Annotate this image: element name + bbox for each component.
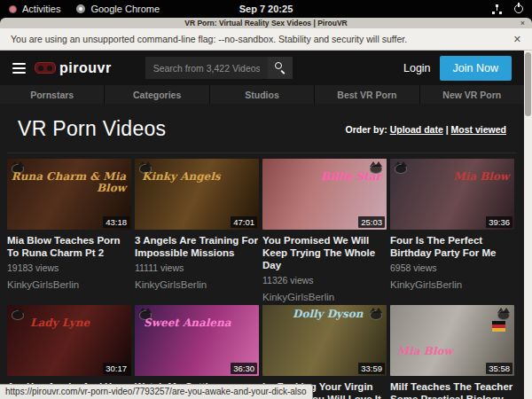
focused-app-menu[interactable]: Google Chrome [76, 4, 160, 14]
video-thumbnail[interactable]: Kinky Angels 47:01 [135, 159, 259, 230]
search-button[interactable] [268, 57, 293, 79]
login-link[interactable]: Login [403, 62, 431, 74]
status-url-tooltip: https://pirouvr.com/vr-porn-video/779325… [0, 384, 313, 399]
kinkygirlsberlin-watermark-icon [496, 308, 512, 320]
video-title-link[interactable]: 3 Angels Are Training For Impossible Mis… [135, 234, 259, 259]
video-grid: Runa Charm & Mia Blow 43:18 Mia Blow Tea… [0, 153, 524, 399]
logo-text: pirouvr [59, 60, 112, 76]
main-nav: Pornstars Categories Studios Best VR Por… [0, 85, 524, 104]
video-card: Mia Blow 35:58 Milf Teaches The Teacher … [390, 305, 514, 399]
video-views: 6958 views [390, 262, 514, 273]
site-header: pirouvr Login Join Now [0, 51, 524, 85]
nav-item-pornstars[interactable]: Pornstars [0, 85, 104, 104]
nav-item-categories[interactable]: Categories [105, 85, 208, 104]
duration-badge: 43:18 [103, 216, 129, 228]
page-title: VR Porn Videos [18, 117, 166, 141]
video-views: 11111 views [135, 262, 259, 273]
system-top-bar: Activities Google Chrome Sep 7 20:25 [0, 0, 532, 18]
warning-text: You are using an unsupported command-lin… [11, 34, 407, 44]
nav-item-studios[interactable]: Studios [210, 85, 314, 104]
studio-link[interactable]: KinkyGirlsBerlin [135, 279, 259, 290]
order-most-viewed-link[interactable]: Most viewed [451, 124, 506, 135]
duration-badge: 33:59 [358, 363, 385, 374]
video-thumbnail[interactable]: Mia Blow 35:58 [390, 305, 514, 376]
thumb-overlay-text: Dolly Dyson [293, 309, 381, 320]
search-bar [145, 57, 293, 79]
video-title-link[interactable]: Mia Blow Teaches Porn To Runa Charm Pt 2 [7, 234, 131, 259]
menu-icon[interactable] [12, 63, 26, 74]
thumb-overlay-text: Mia Blow [397, 346, 509, 357]
browser-viewport: pirouvr Login Join Now Pornstars Categor… [0, 51, 524, 399]
tab-close-icon[interactable]: × [520, 20, 525, 27]
search-icon [275, 62, 282, 69]
duration-badge: 25:03 [358, 216, 385, 228]
thumb-overlay-text: Lady Lyne [30, 317, 126, 329]
power-icon[interactable] [514, 4, 523, 13]
video-card: Billie Star 25:03 You Promised We Will K… [262, 159, 387, 302]
chrome-icon [76, 4, 85, 13]
video-views: 19183 views [7, 262, 131, 273]
video-card: Runa Charm & Mia Blow 43:18 Mia Blow Tea… [7, 159, 131, 302]
vr-headset-icon [35, 62, 56, 74]
activities-label: Activities [22, 4, 60, 14]
studio-link[interactable]: KinkyGirlsBerlin [390, 279, 514, 290]
studio-link[interactable]: KinkyGirlsBerlin [7, 279, 131, 290]
order-upload-date-link[interactable]: Upload date [390, 124, 443, 135]
search-input[interactable] [145, 57, 268, 79]
nav-item-new-vr-porn[interactable]: New VR Porn [420, 85, 524, 104]
video-thumbnail[interactable]: Dolly Dyson 33:59 [262, 305, 387, 376]
video-title-link[interactable]: Four Is The Perfect Birthday Party For M… [390, 234, 514, 259]
order-by-label: Order by: [345, 124, 387, 135]
join-now-button[interactable]: Join Now [440, 56, 512, 81]
video-thumbnail[interactable]: Sweet Analena 36:30 [135, 305, 259, 376]
video-thumbnail[interactable]: Billie Star 25:03 [262, 159, 387, 230]
thumb-overlay-text: Kinky Angels [142, 171, 254, 183]
video-title-link[interactable]: Milf Teaches The Teacher Some Practical … [390, 380, 514, 399]
duration-badge: 39:36 [486, 216, 512, 228]
video-card: Mia Blow 39:36 Four Is The Perfect Birth… [390, 159, 514, 302]
nav-item-best-vr-porn[interactable]: Best VR Porn [315, 85, 419, 104]
video-thumbnail[interactable]: Mia Blow 39:36 [390, 159, 514, 230]
kinkygirlsberlin-watermark-icon [10, 308, 26, 320]
browser-tab-bar: VR Porn: Virtual Reality Sex Videos | Pi… [0, 18, 532, 28]
network-icon[interactable] [492, 4, 502, 14]
thumb-overlay-text: Mia Blow [390, 171, 509, 183]
scrollbar-thumb[interactable] [525, 52, 531, 116]
german-flag-icon [492, 321, 505, 332]
activities-button[interactable]: Activities [9, 4, 60, 14]
video-card: Kinky Angels 47:01 3 Angels Are Training… [135, 159, 259, 302]
thumb-overlay-text: Sweet Analena [144, 317, 254, 329]
order-by: Order by: Upload date | Most viewed [345, 124, 506, 135]
warning-close-icon[interactable]: ✕ [513, 34, 521, 45]
duration-badge: 47:01 [231, 216, 257, 228]
order-separator: | [446, 124, 449, 135]
video-thumbnail[interactable]: Lady Lyne 30:17 [7, 305, 131, 376]
video-views: 11326 views [262, 275, 387, 286]
page-scrollbar[interactable] [524, 51, 532, 399]
duration-badge: 36:30 [231, 363, 257, 374]
tab-title[interactable]: VR Porn: Virtual Reality Sex Videos | Pi… [0, 19, 532, 27]
video-thumbnail[interactable]: Runa Charm & Mia Blow 43:18 [7, 159, 131, 230]
thumb-overlay-text: Runa Charm & Mia Blow [7, 171, 126, 194]
app-name-label: Google Chrome [90, 4, 160, 14]
video-title-link[interactable]: You Promised We Will Keep Trying The Who… [262, 234, 387, 271]
distro-icon [9, 5, 17, 13]
duration-badge: 35:58 [486, 363, 512, 374]
duration-badge: 30:17 [103, 363, 129, 374]
studio-link[interactable]: KinkyGirlsBerlin [262, 292, 387, 302]
thumb-overlay-text: Billie Star [262, 171, 381, 183]
sandbox-warning-bar: You are using an unsupported command-lin… [0, 28, 532, 51]
page-heading-row: VR Porn Videos Order by: Upload date | M… [0, 104, 524, 153]
site-logo[interactable]: pirouvr [35, 60, 112, 76]
